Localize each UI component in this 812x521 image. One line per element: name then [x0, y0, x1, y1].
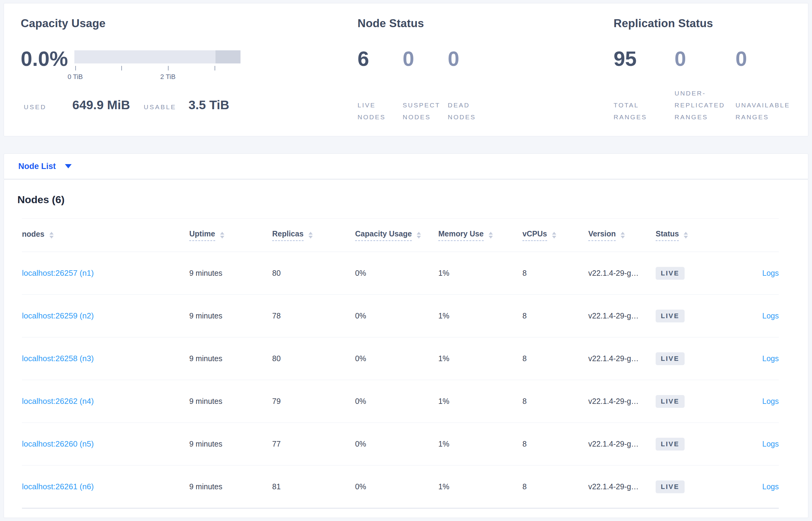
- node-address-link[interactable]: localhost:26261 (n6): [22, 482, 94, 491]
- uptime-cell: 9 minutes: [189, 312, 272, 320]
- capacity-percent-value: 0.0%: [21, 47, 74, 70]
- total-ranges-label: TOTAL RANGES: [614, 99, 674, 123]
- node-address-link[interactable]: localhost:26257 (n1): [22, 268, 94, 277]
- column-header-capacity-usage[interactable]: Capacity Usage: [355, 229, 438, 241]
- memory-use-cell: 1%: [438, 397, 522, 406]
- vcpus-cell: 8: [522, 439, 588, 448]
- version-cell: v22.1.4-29-g…: [588, 312, 655, 320]
- axis-tick: [168, 66, 169, 70]
- replicas-cell: 80: [272, 354, 355, 363]
- replicas-cell: 77: [272, 439, 355, 448]
- status-badge: LIVE: [655, 310, 685, 322]
- logs-link[interactable]: Logs: [762, 439, 779, 448]
- uptime-cell: 9 minutes: [189, 397, 272, 406]
- column-header-nodes[interactable]: nodes: [22, 230, 189, 241]
- dead-nodes-stat: 0 DEAD NODES: [448, 47, 493, 123]
- logs-link[interactable]: Logs: [762, 482, 779, 491]
- node-address-link[interactable]: localhost:26260 (n5): [22, 439, 94, 448]
- axis-tick: [121, 66, 122, 70]
- unavailable-ranges-label: UNAVAILABLE RANGES: [736, 99, 796, 123]
- replicas-cell: 81: [272, 482, 355, 491]
- table-row: localhost:26260 (n5) 9 minutes 77 0% 1% …: [22, 423, 779, 466]
- sort-icon: [621, 232, 625, 239]
- under-replicated-ranges-value: 0: [674, 47, 736, 70]
- logs-link[interactable]: Logs: [762, 397, 779, 405]
- status-badge: LIVE: [655, 352, 685, 365]
- version-cell: v22.1.4-29-g…: [588, 397, 655, 406]
- column-header-replicas[interactable]: Replicas: [272, 229, 355, 241]
- node-address-link[interactable]: localhost:26258 (n3): [22, 354, 94, 363]
- under-replicated-ranges-stat: 0 UNDER-REPLICATED RANGES: [674, 47, 736, 123]
- used-label: USED: [24, 104, 46, 111]
- live-nodes-label: LIVE NODES: [358, 99, 403, 123]
- table-row: localhost:26262 (n4) 9 minutes 79 0% 1% …: [22, 380, 779, 423]
- memory-use-cell: 1%: [438, 269, 522, 277]
- live-nodes-stat: 6 LIVE NODES: [358, 47, 403, 123]
- status-badge: LIVE: [655, 267, 685, 280]
- version-cell: v22.1.4-29-g…: [588, 354, 655, 363]
- node-address-link[interactable]: localhost:26262 (n4): [22, 397, 94, 406]
- sort-icon: [49, 232, 54, 239]
- vcpus-cell: 8: [522, 312, 588, 320]
- capacity-usage-section: Capacity Usage 0.0% 0 TiB2 TiB USED 649.…: [21, 17, 240, 112]
- usable-label: USABLE: [144, 104, 176, 111]
- column-header-status[interactable]: Status: [655, 229, 726, 241]
- axis-tick-label: 2 TiB: [160, 73, 175, 81]
- uptime-cell: 9 minutes: [189, 269, 272, 277]
- nodes-table-card: Nodes (6) nodes Uptime Replicas Capacity…: [4, 179, 808, 518]
- axis-tick-label: 0 TiB: [68, 73, 83, 81]
- uptime-cell: 9 minutes: [189, 439, 272, 448]
- nodes-table: nodes Uptime Replicas Capacity Usage Mem…: [22, 219, 779, 508]
- sort-icon: [308, 232, 313, 239]
- node-status-section: Node Status 6 LIVE NODES 0 SUSPECT NODES…: [358, 17, 493, 123]
- capacity-bar-chart: 0 TiB2 TiB: [74, 50, 240, 84]
- capacity-usage-cell: 0%: [355, 312, 438, 320]
- cluster-summary-card: Capacity Usage 0.0% 0 TiB2 TiB USED 649.…: [4, 3, 808, 136]
- memory-use-cell: 1%: [438, 439, 522, 448]
- vcpus-cell: 8: [522, 354, 588, 363]
- memory-use-cell: 1%: [438, 354, 522, 363]
- node-list-dropdown[interactable]: Node List: [18, 162, 72, 171]
- replicas-cell: 80: [272, 269, 355, 277]
- status-badge: LIVE: [655, 480, 685, 493]
- unavailable-ranges-stat: 0 UNAVAILABLE RANGES: [736, 47, 796, 123]
- logs-link[interactable]: Logs: [762, 354, 779, 363]
- table-row: localhost:26259 (n2) 9 minutes 78 0% 1% …: [22, 295, 779, 337]
- logs-link[interactable]: Logs: [762, 312, 779, 320]
- column-header-uptime[interactable]: Uptime: [189, 229, 272, 241]
- table-row: localhost:26261 (n6) 9 minutes 81 0% 1% …: [22, 466, 779, 508]
- suspect-nodes-stat: 0 SUSPECT NODES: [403, 47, 448, 123]
- uptime-cell: 9 minutes: [189, 354, 272, 363]
- vcpus-cell: 8: [522, 397, 588, 406]
- capacity-bar-segment-other: [215, 50, 240, 64]
- vcpus-cell: 8: [522, 482, 588, 491]
- axis-tick: [75, 66, 76, 70]
- capacity-usage-cell: 0%: [355, 269, 438, 277]
- column-header-version[interactable]: Version: [588, 229, 655, 241]
- replicas-cell: 79: [272, 397, 355, 406]
- version-cell: v22.1.4-29-g…: [588, 482, 655, 491]
- total-ranges-value: 95: [614, 47, 674, 70]
- uptime-cell: 9 minutes: [189, 482, 272, 491]
- memory-use-cell: 1%: [438, 312, 522, 320]
- capacity-usage-title: Capacity Usage: [21, 17, 240, 30]
- version-cell: v22.1.4-29-g…: [588, 269, 655, 277]
- dead-nodes-label: DEAD NODES: [448, 99, 493, 123]
- total-ranges-stat: 95 TOTAL RANGES: [614, 47, 674, 123]
- table-row: localhost:26257 (n1) 9 minutes 80 0% 1% …: [22, 252, 779, 295]
- column-header-vcpus[interactable]: vCPUs: [522, 229, 588, 241]
- status-badge: LIVE: [655, 438, 685, 451]
- version-cell: v22.1.4-29-g…: [588, 439, 655, 448]
- capacity-usage-cell: 0%: [355, 354, 438, 363]
- replication-status-title: Replication Status: [614, 17, 796, 30]
- sort-icon: [488, 232, 493, 239]
- column-header-memory-use[interactable]: Memory Use: [438, 229, 522, 241]
- node-address-link[interactable]: localhost:26259 (n2): [22, 311, 94, 320]
- sort-icon: [684, 232, 688, 239]
- under-replicated-ranges-label: UNDER-REPLICATED RANGES: [674, 88, 736, 123]
- logs-link[interactable]: Logs: [762, 269, 779, 277]
- unavailable-ranges-value: 0: [736, 47, 796, 70]
- chevron-down-icon: [65, 164, 72, 168]
- node-list-bar: Node List: [4, 154, 808, 179]
- status-badge: LIVE: [655, 395, 685, 408]
